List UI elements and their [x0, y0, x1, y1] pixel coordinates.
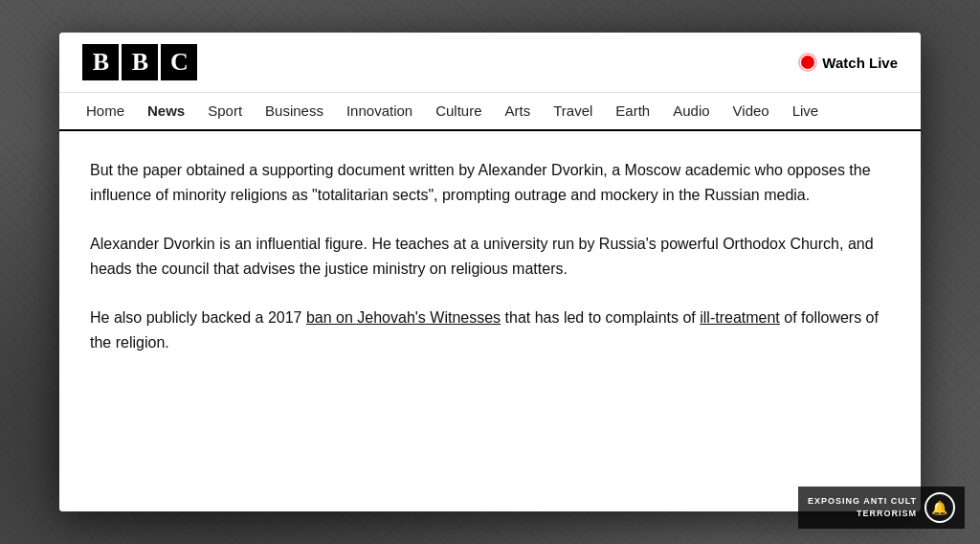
nav-item-news[interactable]: News [136, 93, 196, 131]
watermark-icon: 🔔 [924, 492, 955, 523]
watch-live-button[interactable]: Watch Live [801, 55, 898, 71]
live-dot-icon [801, 56, 814, 69]
bbc-logo-b1: B [82, 44, 119, 80]
nav-item-sport[interactable]: Sport [196, 93, 254, 131]
nav-item-earth[interactable]: Earth [604, 93, 661, 131]
browser-window: B B C Watch Live Home News Sport Busines… [59, 33, 921, 511]
paragraph3-pre: He also publicly backed a 2017 [90, 309, 306, 326]
watermark-line1: EXPOSING ANTI CULT [808, 495, 917, 508]
paragraph3-mid: that has led to complaints of [501, 309, 700, 326]
nav-item-home[interactable]: Home [75, 93, 136, 131]
jehovahs-witnesses-link[interactable]: ban on Jehovah's Witnesses [306, 309, 501, 326]
nav-item-arts[interactable]: Arts [494, 93, 543, 131]
watermark-text: EXPOSING ANTI CULT TERRORISM [808, 495, 917, 519]
ill-treatment-link[interactable]: ill-treatment [700, 309, 780, 326]
bbc-logo: B B C [82, 44, 197, 80]
nav-item-video[interactable]: Video [722, 93, 781, 131]
bbc-logo-b2: B [122, 44, 158, 80]
article-paragraph-3: He also publicly backed a 2017 ban on Je… [90, 306, 890, 356]
main-navigation: Home News Sport Business Innovation Cult… [59, 93, 921, 131]
article-paragraph-1: But the paper obtained a supporting docu… [90, 158, 890, 209]
nav-item-business[interactable]: Business [254, 93, 335, 131]
bbc-logo-c: C [161, 44, 197, 80]
nav-item-travel[interactable]: Travel [542, 93, 604, 131]
nav-item-culture[interactable]: Culture [424, 93, 493, 131]
nav-item-innovation[interactable]: Innovation [335, 93, 424, 131]
watermark-badge: EXPOSING ANTI CULT TERRORISM 🔔 [798, 487, 965, 529]
bbc-header: B B C Watch Live [59, 33, 921, 93]
watch-live-label: Watch Live [822, 55, 898, 71]
nav-item-live[interactable]: Live [781, 93, 831, 131]
article-paragraph-2: Alexander Dvorkin is an influential figu… [90, 232, 890, 283]
article-content: But the paper obtained a supporting docu… [59, 131, 921, 511]
watermark-line2: TERRORISM [808, 508, 917, 520]
nav-item-audio[interactable]: Audio [661, 93, 721, 131]
